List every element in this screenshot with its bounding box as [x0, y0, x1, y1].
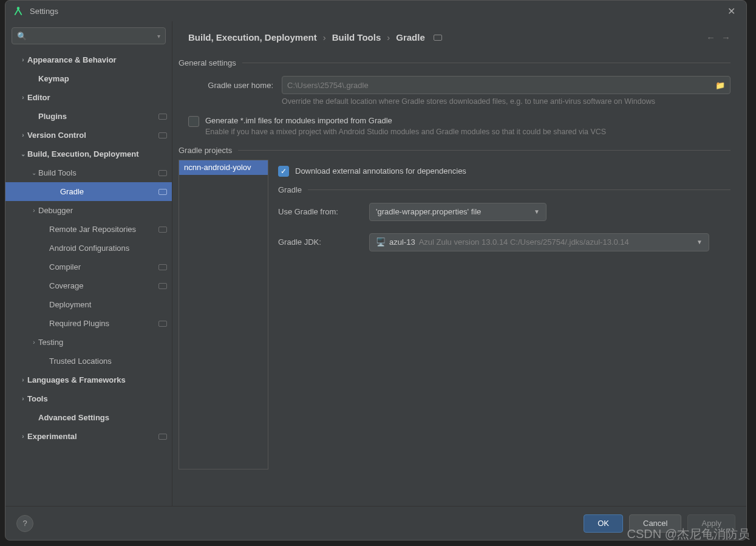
use-gradle-from-label: Use Gradle from: — [278, 207, 361, 216]
sidebar-item[interactable]: ›Appearance & Behavior — [5, 50, 172, 69]
chevron-right-icon: › — [19, 433, 27, 440]
settings-tree[interactable]: ›Appearance & BehaviorKeymap›EditorPlugi… — [5, 50, 172, 500]
search-input[interactable]: 🔍 ▾ — [12, 27, 166, 44]
sidebar-item[interactable]: Plugins — [5, 107, 172, 126]
project-badge-icon — [158, 264, 167, 270]
nav-back-icon[interactable]: ← — [706, 32, 715, 43]
project-badge-icon — [158, 434, 167, 440]
crumb-mid[interactable]: Build Tools — [332, 32, 381, 43]
sidebar-item-label: Testing — [38, 338, 167, 347]
sidebar-item[interactable]: ›Testing — [5, 333, 172, 352]
folder-icon[interactable]: 📁 — [715, 81, 725, 90]
project-settings: ✓ Download external annotations for depe… — [268, 160, 730, 469]
sidebar-item[interactable]: Deployment — [5, 295, 172, 314]
section-general: General settings — [179, 58, 730, 67]
sidebar-item[interactable]: ⌄Build Tools — [5, 163, 172, 182]
sidebar: 🔍 ▾ ›Appearance & BehaviorKeymap›EditorP… — [5, 21, 172, 506]
titlebar: Settings ✕ — [5, 1, 746, 21]
sidebar-item[interactable]: Coverage — [5, 276, 172, 295]
sidebar-item-label: Keymap — [38, 74, 167, 83]
cancel-button[interactable]: Cancel — [629, 514, 681, 533]
project-badge-icon — [434, 35, 442, 41]
sidebar-item[interactable]: Gradle — [5, 182, 172, 201]
sidebar-item[interactable]: ›Debugger — [5, 201, 172, 220]
chevron-right-icon: › — [19, 377, 27, 383]
chevron-right-icon: › — [19, 56, 27, 63]
sidebar-item-label: Advanced Settings — [38, 413, 167, 422]
gradle-jdk-label: Gradle JDK: — [278, 237, 361, 247]
search-field[interactable] — [29, 32, 157, 41]
project-list-item[interactable]: ncnn-android-yolov — [179, 160, 268, 175]
chevron-right-icon: › — [19, 395, 27, 402]
use-gradle-from-value: 'gradle-wrapper.properties' file — [376, 207, 481, 216]
section-projects-label: Gradle projects — [179, 146, 232, 155]
chevron-right-icon: › — [30, 207, 38, 214]
projects-area: ncnn-android-yolov ✓ Download external a… — [179, 160, 730, 469]
gradle-jdk-dropdown[interactable]: 🖥️ azul-13 Azul Zulu version 13.0.14 C:/… — [369, 233, 709, 251]
project-badge-icon — [158, 189, 167, 195]
gradle-user-home-input[interactable]: C:\Users\25754\.gradle 📁 — [282, 76, 730, 94]
generate-iml-label: Generate *.iml files for modules importe… — [205, 116, 730, 125]
main-panel: Build, Execution, Deployment › Build Too… — [172, 21, 746, 506]
breadcrumb: Build, Execution, Deployment › Build Too… — [172, 21, 746, 49]
sidebar-item[interactable]: Required Plugins — [5, 314, 172, 333]
chevron-down-icon: ▼ — [696, 239, 703, 245]
sidebar-item-label: Version Control — [27, 131, 158, 140]
use-gradle-from-dropdown[interactable]: 'gradle-wrapper.properties' file ▼ — [369, 203, 547, 221]
sidebar-item[interactable]: Trusted Locations — [5, 352, 172, 370]
android-studio-icon — [13, 5, 24, 16]
crumb-leaf: Gradle — [396, 32, 425, 43]
jdk-icon: 🖥️ — [376, 237, 386, 247]
generate-iml-hint: Enable if you have a mixed project with … — [205, 128, 730, 136]
chevron-right-icon: › — [19, 132, 27, 138]
dialog-footer: ? OK Cancel Apply — [5, 506, 746, 540]
chevron-right-icon: › — [323, 32, 326, 43]
sidebar-item[interactable]: ›Tools — [5, 389, 172, 408]
crumb-root[interactable]: Build, Execution, Deployment — [188, 32, 317, 43]
sidebar-item[interactable]: Android Configurations — [5, 239, 172, 258]
sidebar-item-label: Compiler — [49, 262, 158, 271]
sidebar-item-label: Deployment — [49, 300, 167, 309]
help-button[interactable]: ? — [16, 515, 33, 532]
close-icon[interactable]: ✕ — [724, 3, 739, 19]
gradle-subsection: Gradle — [278, 185, 730, 194]
sidebar-item[interactable]: Advanced Settings — [5, 408, 172, 427]
ok-button[interactable]: OK — [584, 514, 623, 533]
project-badge-icon — [158, 321, 167, 327]
sidebar-item[interactable]: Compiler — [5, 258, 172, 276]
apply-button[interactable]: Apply — [687, 514, 735, 533]
gradle-jdk-name: azul-13 — [389, 237, 415, 247]
dialog-body: 🔍 ▾ ›Appearance & BehaviorKeymap›EditorP… — [5, 21, 746, 506]
nav-forward-icon[interactable]: → — [721, 32, 730, 43]
chevron-down-icon: ⌄ — [19, 151, 27, 157]
sidebar-item[interactable]: ›Version Control — [5, 126, 172, 145]
sidebar-item[interactable]: ›Editor — [5, 88, 172, 107]
sidebar-item-label: Tools — [27, 394, 167, 403]
generate-iml-checkbox[interactable] — [188, 116, 199, 127]
gradle-user-home-placeholder: C:\Users\25754\.gradle — [287, 81, 369, 90]
sidebar-item[interactable]: ⌄Build, Execution, Deployment — [5, 145, 172, 163]
sidebar-item-label: Remote Jar Repositories — [49, 225, 158, 234]
sidebar-item-label: Plugins — [38, 112, 158, 121]
sidebar-item-label: Debugger — [38, 206, 167, 215]
sidebar-item[interactable]: Keymap — [5, 69, 172, 88]
project-badge-icon — [158, 170, 167, 176]
settings-dialog: Settings ✕ 🔍 ▾ ›Appearance & BehaviorKey… — [5, 0, 747, 541]
sidebar-item-label: Required Plugins — [49, 319, 158, 328]
download-annotations-checkbox[interactable]: ✓ — [278, 166, 289, 177]
section-general-label: General settings — [179, 58, 236, 67]
sidebar-item-label: Languages & Frameworks — [27, 375, 167, 384]
sidebar-item-label: Android Configurations — [49, 244, 167, 253]
chevron-right-icon: › — [30, 339, 38, 346]
gradle-jdk-detail: Azul Zulu version 13.0.14 C:/Users/25754… — [419, 237, 629, 247]
section-projects: Gradle projects — [179, 146, 730, 155]
sidebar-item-label: Experimental — [27, 432, 158, 441]
sidebar-item-label: Build Tools — [38, 168, 158, 177]
search-icon: 🔍 — [17, 32, 27, 41]
gradle-user-home-hint: Override the default location where Grad… — [282, 97, 730, 107]
sidebar-item[interactable]: Remote Jar Repositories — [5, 220, 172, 239]
sidebar-item[interactable]: ›Experimental — [5, 427, 172, 446]
sidebar-item[interactable]: ›Languages & Frameworks — [5, 370, 172, 389]
project-list[interactable]: ncnn-android-yolov — [179, 160, 268, 469]
download-annotations-label: Download external annotations for depend… — [295, 166, 466, 176]
